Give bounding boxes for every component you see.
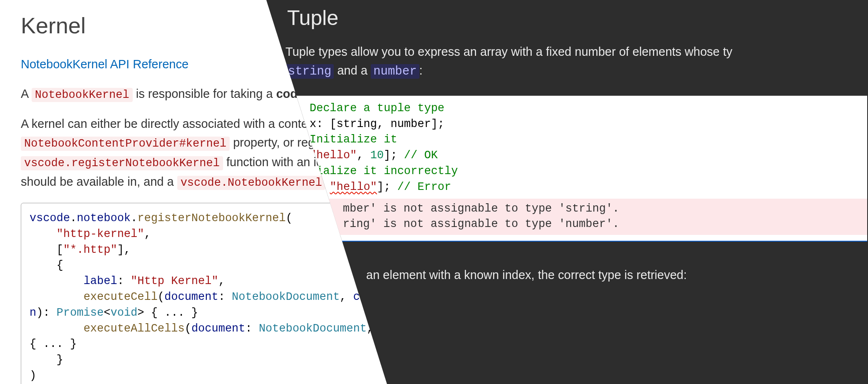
code-comment: tialize it incorrectly (310, 165, 458, 177)
code-token: document (191, 322, 246, 335)
code-token: { (57, 259, 63, 272)
code-token: "Http Kernel" (131, 275, 218, 287)
code-token: "hello" (310, 149, 357, 162)
error-line: ring' is not assignable to type 'number'… (343, 218, 619, 230)
code-token: < (104, 307, 110, 319)
code-token: ]; (384, 149, 404, 162)
inline-code-notebookkernel: NotebookKernel (32, 88, 133, 102)
code-token: ( (185, 322, 191, 335)
tuple-doc-inner: Tuple Tuple types allow you to express a… (283, 0, 868, 384)
inline-code-string: string (285, 64, 334, 79)
code-token: registerNotebookKernel (137, 212, 285, 224)
text: A (21, 87, 32, 100)
text: Tuple types allow you to express an arra… (285, 45, 732, 58)
tuple-code-block: Declare a tuple type x: [string, number]… (268, 95, 867, 242)
code-token: NotebookDocument (259, 322, 367, 335)
text: : (419, 64, 423, 77)
code-token: ( (286, 212, 293, 224)
tuple-intro-paragraph: Tuple types allow you to express an arra… (285, 42, 868, 81)
code-token: [ (57, 244, 63, 256)
code-token: NotebookDocument (232, 291, 340, 303)
code-comment: // Error (397, 181, 451, 193)
code-comment: // OK (404, 149, 438, 162)
tuple-heading: Tuple (287, 6, 868, 30)
code-token: : (218, 291, 232, 303)
code-token: "http-kernel" (57, 228, 144, 240)
code-token: label (84, 275, 117, 287)
text: and a (337, 64, 371, 77)
code-comment: Declare a tuple type (310, 102, 444, 115)
code-token: notebook (77, 212, 131, 224)
code-token: ) (30, 369, 36, 382)
code-token: > (137, 307, 144, 319)
code-token: : (117, 275, 131, 287)
code-token: , (218, 275, 225, 287)
inline-code-number: number (371, 64, 419, 79)
code-token: , (144, 228, 151, 240)
code-token: Promise (57, 307, 104, 319)
code-token: ]; (377, 181, 397, 193)
inline-code-registernotebookkernel: vscode.registerNotebookKernel (21, 156, 223, 170)
code-comment: Initialize it (310, 133, 397, 146)
text: should be available in, and a (21, 175, 177, 188)
error-line: mber' is not assignable to type 'string'… (343, 202, 619, 215)
code-error-token: "hello" (330, 181, 377, 193)
error-message-block: mber' is not assignable to type 'string'… (268, 199, 867, 235)
code-token: void (110, 307, 137, 319)
code-token: . (131, 212, 137, 224)
code-token: { ... } (144, 307, 198, 319)
text: is responsible for taking a (136, 87, 276, 100)
code-token: ): (36, 307, 57, 319)
code-token: ], (117, 244, 131, 256)
code-token: . (70, 212, 77, 224)
code-token: "*.http" (63, 244, 117, 256)
code-token: , (340, 291, 353, 303)
inline-code-vscode-notebookkernel: vscode.NotebookKernel (177, 176, 325, 190)
code-line: x: [string, number]; (310, 118, 444, 130)
code-token: vscode (30, 212, 70, 224)
code-token: : (246, 322, 259, 335)
code-token: executeAllCells (84, 322, 185, 335)
code-token: , (357, 149, 370, 162)
code-token: document (164, 291, 218, 303)
notebook-kernel-api-link[interactable]: NotebookKernel API Reference (21, 57, 188, 71)
inline-code-contentprovider-kernel: NotebookContentProvider#kernel (21, 137, 230, 151)
code-token: n (30, 307, 36, 319)
code-token: 10 (370, 149, 384, 162)
tuple-outro-paragraph: an element with a known index, the corre… (366, 268, 868, 282)
code-token: { ... } (30, 338, 77, 350)
code-token: ( (158, 291, 164, 303)
code-token: executeCell (84, 291, 158, 303)
code-token: } (30, 354, 63, 366)
